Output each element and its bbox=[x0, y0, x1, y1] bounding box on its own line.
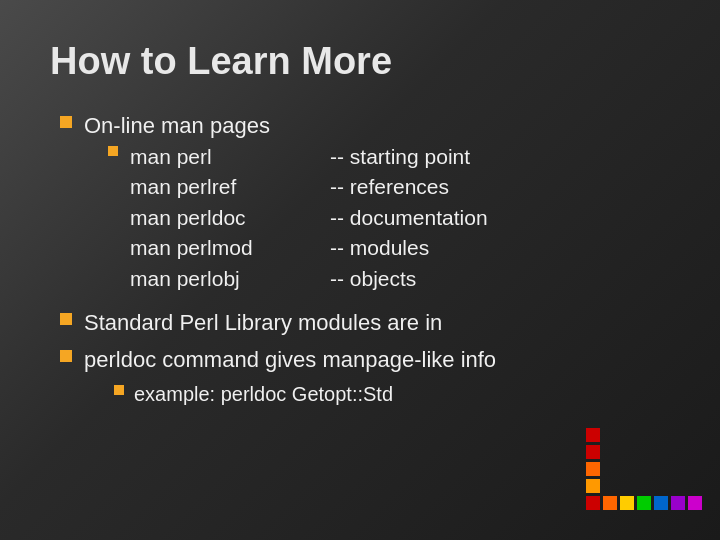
deco-row-3 bbox=[586, 462, 702, 476]
man-perl: man perl bbox=[130, 142, 310, 172]
slide: How to Learn More On-line man pages man … bbox=[0, 0, 720, 540]
desc-references: -- references bbox=[330, 172, 488, 202]
deco-sq-5 bbox=[586, 496, 600, 510]
bullet-icon-orange-3 bbox=[60, 350, 72, 362]
man-commands-block: man perl man perlref man perldoc man per… bbox=[84, 142, 488, 298]
desc-starting-point: -- starting point bbox=[330, 142, 488, 172]
deco-sq-6 bbox=[603, 496, 617, 510]
sub-bullet-man: man perl man perlref man perldoc man per… bbox=[108, 142, 488, 298]
man-perlobj: man perlobj bbox=[130, 264, 310, 294]
bullet-icon-orange bbox=[60, 116, 72, 128]
deco-row-4 bbox=[586, 479, 702, 493]
example-text: example: perldoc Getopt::Std bbox=[134, 380, 393, 408]
desc-objects: -- objects bbox=[330, 264, 488, 294]
bullet-perldoc: perldoc command gives manpage-like info … bbox=[60, 345, 670, 408]
bullet-online-man-pages: On-line man pages man perl man perlref m… bbox=[60, 111, 670, 302]
deco-row-1 bbox=[586, 428, 702, 442]
deco-sq-3 bbox=[586, 462, 600, 476]
desc-modules: -- modules bbox=[330, 233, 488, 263]
sub-bullet-icon bbox=[108, 146, 118, 156]
man-pages-table: man perl man perlref man perldoc man per… bbox=[130, 142, 488, 294]
online-man-pages-text: On-line man pages bbox=[84, 113, 270, 138]
bullet-icon-orange-2 bbox=[60, 313, 72, 325]
deco-sq-4 bbox=[586, 479, 600, 493]
man-desc-col: -- starting point -- references -- docum… bbox=[310, 142, 488, 294]
slide-content: On-line man pages man perl man perlref m… bbox=[50, 111, 670, 408]
deco-sq-7 bbox=[620, 496, 634, 510]
deco-sq-10 bbox=[671, 496, 685, 510]
man-perlref: man perlref bbox=[130, 172, 310, 202]
perldoc-text: perldoc command gives manpage-like info bbox=[84, 347, 496, 372]
sub-bullet-icon-2 bbox=[114, 385, 124, 395]
man-perldoc: man perldoc bbox=[130, 203, 310, 233]
bullet-standard-perl: Standard Perl Library modules are in bbox=[60, 308, 670, 339]
desc-documentation: -- documentation bbox=[330, 203, 488, 233]
perldoc-section: perldoc command gives manpage-like info … bbox=[84, 345, 496, 408]
man-perlmod: man perlmod bbox=[130, 233, 310, 263]
deco-sq-9 bbox=[654, 496, 668, 510]
deco-sq-1 bbox=[586, 428, 600, 442]
deco-sq-11 bbox=[688, 496, 702, 510]
sub-bullet-example: example: perldoc Getopt::Std bbox=[114, 380, 496, 408]
standard-perl-text: Standard Perl Library modules are in bbox=[84, 308, 442, 339]
decorative-squares bbox=[586, 428, 702, 510]
deco-row-5 bbox=[586, 496, 702, 510]
bullet-label-online: On-line man pages man perl man perlref m… bbox=[84, 111, 488, 302]
deco-sq-2 bbox=[586, 445, 600, 459]
slide-title: How to Learn More bbox=[50, 40, 670, 83]
deco-row-2 bbox=[586, 445, 702, 459]
man-commands-col: man perl man perlref man perldoc man per… bbox=[130, 142, 310, 294]
deco-sq-8 bbox=[637, 496, 651, 510]
